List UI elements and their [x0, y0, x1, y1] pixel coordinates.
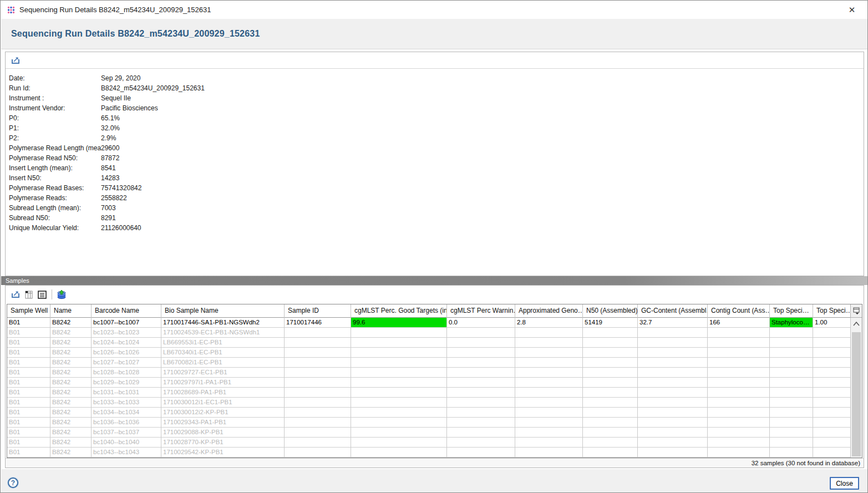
table-row[interactable]: B01B8242bc1034--bc10341710030012i2-KP-PB… [7, 408, 862, 418]
table-cell: bc1040--bc1040 [92, 438, 161, 448]
table-cell [708, 338, 770, 348]
detail-field-label: Date: [9, 73, 101, 83]
table-cell [583, 328, 638, 338]
column-header[interactable]: GC-Content (Assembl… [638, 304, 708, 318]
table-cell: 1710029343-PA1-PB1 [161, 418, 285, 428]
table-cell [770, 428, 813, 438]
column-header[interactable]: Contig Count (Ass… [708, 304, 770, 318]
table-cell: B8242 [50, 448, 92, 458]
column-header[interactable]: N50 (Assembled) [583, 304, 638, 318]
table-cell: B01 [7, 358, 50, 368]
table-cell: 1710024539-EC1-PB1-NGSWdh1 [161, 328, 285, 338]
table-row[interactable]: B01B8242bc1023--bc10231710024539-EC1-PB1… [7, 328, 862, 338]
export-icon[interactable] [9, 54, 22, 67]
table-row[interactable]: B01B8242bc1026--bc1026LB670340i1-EC-PB1 [7, 348, 862, 358]
table-row[interactable]: B01B8242bc1037--bc10371710029088-KP-PB1 [7, 428, 862, 438]
table-cell: 1710029088-KP-PB1 [161, 428, 285, 438]
table-row[interactable]: B01B8242bc1028--bc10281710029727-EC1-PB1 [7, 368, 862, 378]
help-icon[interactable]: ? [8, 477, 18, 488]
table-cell [351, 438, 447, 448]
column-header[interactable]: Barcode Name [92, 304, 161, 318]
column-header[interactable]: Top Speci… [813, 304, 851, 318]
export-icon[interactable] [9, 288, 22, 301]
detail-field-value: 2558822 [101, 193, 127, 203]
table-cell [638, 388, 708, 398]
title-bar: Sequencing Run Details B8242_m54234U_200… [1, 1, 867, 19]
table-cell: bc1023--bc1023 [92, 328, 161, 338]
table-cell: 0.0 [447, 318, 515, 328]
column-header[interactable]: cgMLST Perc Warnin… [447, 304, 515, 318]
column-header[interactable]: Approximated Geno… [515, 304, 583, 318]
close-button[interactable]: Close [830, 477, 859, 490]
table-cell: B8242 [50, 408, 92, 418]
scrollbar-thumb[interactable] [852, 332, 861, 456]
detail-field-value: Sequel IIe [101, 93, 131, 103]
table-cell: B01 [7, 438, 50, 448]
column-visibility-icon[interactable] [22, 288, 35, 301]
table-cell [583, 368, 638, 378]
table-cell [770, 438, 813, 448]
table-cell: bc1037--bc1037 [92, 428, 161, 438]
table-cell [770, 408, 813, 418]
detail-field-row: P0:65.1% [6, 113, 864, 123]
table-cell [813, 408, 851, 418]
detail-field-row: Instrument Vendor:Pacific Biosciences [6, 103, 864, 113]
table-row[interactable]: B01B8242bc1029--bc10291710029797i1-PA1-P… [7, 378, 862, 388]
table-cell [351, 418, 447, 428]
column-header[interactable]: Top Speci… [770, 304, 813, 318]
table-cell [351, 388, 447, 398]
table-cell: B01 [7, 418, 50, 428]
table-cell [708, 388, 770, 398]
vertical-scrollbar[interactable] [850, 318, 862, 458]
table-row[interactable]: B01B8242bc1007--bc10071710017446-SA1-PB1… [7, 318, 862, 328]
table-cell [813, 348, 851, 358]
scroll-up-icon[interactable] [851, 318, 862, 330]
table-cell [813, 418, 851, 428]
table-row[interactable]: B01B8242bc1027--bc1027LB670082i1-EC-PB1 [7, 358, 862, 368]
table-cell: B01 [7, 388, 50, 398]
column-picker-icon[interactable] [850, 304, 862, 318]
table-cell [770, 348, 813, 358]
detail-field-value: 75741320842 [101, 183, 141, 193]
table-cell [583, 448, 638, 458]
table-cell: bc1033--bc1033 [92, 398, 161, 408]
table-row[interactable]: B01B8242bc1043--bc10431710029542-KP-PB1 [7, 448, 862, 458]
close-icon[interactable]: ✕ [845, 3, 859, 17]
table-row[interactable]: B01B8242bc1031--bc10311710028689-PA1-PB1 [7, 388, 862, 398]
table-cell: 2.8 [515, 318, 583, 328]
table-cell [583, 348, 638, 358]
table-row[interactable]: B01B8242bc1033--bc10331710030012i1-EC1-P… [7, 398, 862, 408]
table-row[interactable]: B01B8242bc1040--bc10401710028770-KP-PB1 [7, 438, 862, 448]
column-header[interactable]: cgMLST Perc. Good Targets (in… [351, 304, 447, 318]
table-cell [447, 438, 515, 448]
table-row[interactable]: B01B8242bc1036--bc10361710029343-PA1-PB1 [7, 418, 862, 428]
table-cell [351, 368, 447, 378]
table-cell: B01 [7, 428, 50, 438]
table-cell [708, 408, 770, 418]
table-cell: B01 [7, 398, 50, 408]
column-header[interactable]: Name [50, 304, 92, 318]
detail-field-label: Polymerase Read N50: [9, 153, 101, 163]
list-view-icon[interactable] [35, 288, 49, 301]
database-upload-icon[interactable] [55, 288, 68, 301]
table-cell [708, 398, 770, 408]
table-cell [638, 348, 708, 358]
table-cell [813, 338, 851, 348]
table-cell [285, 408, 351, 418]
column-header[interactable]: Sample ID [285, 304, 351, 318]
table-cell: B01 [7, 378, 50, 388]
table-cell [447, 448, 515, 458]
table-cell [813, 378, 851, 388]
table-cell: bc1029--bc1029 [92, 378, 161, 388]
table-row[interactable]: B01B8242bc1024--bc1024LB669553i1-EC-PB1 [7, 338, 862, 348]
table-cell: B01 [7, 348, 50, 358]
table-cell [708, 348, 770, 358]
table-cell: 1710029727-EC1-PB1 [161, 368, 285, 378]
column-header[interactable]: Sample Well [7, 304, 50, 318]
table-cell [813, 398, 851, 408]
detail-field-label: Insert N50: [9, 173, 101, 183]
table-cell: B01 [7, 338, 50, 348]
table-cell [708, 418, 770, 428]
table-cell [770, 358, 813, 368]
column-header[interactable]: Bio Sample Name [161, 304, 285, 318]
